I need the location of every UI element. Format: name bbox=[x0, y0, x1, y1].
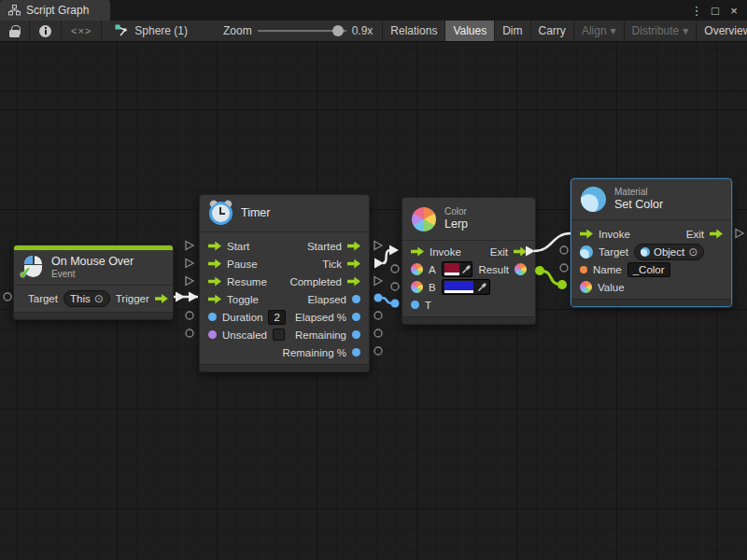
close-icon[interactable]: × bbox=[726, 4, 741, 18]
color-b-swatch[interactable] bbox=[444, 281, 473, 290]
target-object-selector[interactable]: Object ⊙ bbox=[634, 244, 704, 260]
node-color-lerp[interactable]: Color Lerp Invoke Exit A bbox=[402, 197, 536, 325]
flow-arrow-icon[interactable] bbox=[580, 230, 593, 239]
node-category: Color bbox=[444, 206, 468, 217]
flow-arrow-icon[interactable] bbox=[208, 277, 221, 287]
port-connector-value-in[interactable] bbox=[557, 280, 567, 289]
port-connector-remaining-pct[interactable] bbox=[374, 347, 382, 355]
port-connector-setcolor-exit[interactable] bbox=[736, 230, 743, 238]
float-port-icon[interactable] bbox=[352, 295, 360, 303]
port-row: Unscaled Remaining bbox=[208, 326, 360, 343]
port-connector-lerp-invoke-in[interactable] bbox=[389, 245, 399, 256]
port-connector-omo-target[interactable] bbox=[4, 293, 11, 301]
color-b-field[interactable] bbox=[442, 279, 490, 295]
flow-arrow-icon[interactable] bbox=[347, 259, 360, 269]
port-connector-elapsed-pct[interactable] bbox=[374, 312, 382, 319]
port-connector-started[interactable] bbox=[374, 242, 382, 250]
port-connector-unscaled[interactable] bbox=[186, 329, 193, 337]
node-timer[interactable]: Timer Start Started Pause Tick Resume Co… bbox=[199, 194, 370, 372]
align-dropdown[interactable]: Align ▾ bbox=[574, 21, 625, 41]
float-port-icon[interactable] bbox=[352, 330, 360, 339]
graph-pointer[interactable]: Sphere (1) bbox=[102, 21, 197, 41]
color-a-field[interactable] bbox=[442, 261, 473, 277]
node-header: ✓ On Mouse Over Event bbox=[14, 250, 173, 286]
wire-elapsed-t[interactable] bbox=[382, 298, 392, 303]
port-connector-completed[interactable] bbox=[374, 277, 382, 286]
name-port-label: Name bbox=[593, 264, 622, 275]
port-row: Toggle Elapsed bbox=[208, 290, 360, 308]
more-menu-icon[interactable]: ⋮ bbox=[689, 4, 704, 18]
bool-port-icon[interactable] bbox=[208, 330, 217, 339]
zoom-slider-handle[interactable] bbox=[332, 25, 344, 36]
code-preview-button[interactable]: <×> bbox=[62, 21, 102, 41]
graph-canvas[interactable]: ✓ On Mouse Over Event Target This ⊙ Trig… bbox=[0, 42, 747, 560]
distribute-dropdown[interactable]: Distribute ▾ bbox=[625, 21, 698, 41]
dim-button[interactable]: Dim bbox=[495, 21, 530, 41]
target-this-selector[interactable]: This ⊙ bbox=[63, 290, 110, 307]
flow-arrow-icon[interactable] bbox=[347, 277, 360, 287]
port-connector-trigger-out[interactable] bbox=[176, 292, 185, 302]
wire-exit-invoke[interactable] bbox=[534, 233, 571, 251]
carry-button[interactable]: Carry bbox=[531, 21, 574, 41]
maximize-icon[interactable]: □ bbox=[708, 4, 723, 18]
color-port-icon[interactable] bbox=[514, 263, 527, 275]
port-connector-start[interactable] bbox=[186, 242, 193, 250]
zoom-slider[interactable] bbox=[258, 30, 346, 32]
eyedropper-icon[interactable] bbox=[475, 282, 489, 292]
port-connector-setcolor-target[interactable] bbox=[560, 246, 568, 254]
duration-input[interactable]: 2 bbox=[268, 310, 285, 325]
object-picker-icon[interactable]: ⊙ bbox=[94, 292, 104, 305]
port-connector-elapsed-out[interactable] bbox=[374, 294, 383, 302]
flow-arrow-icon[interactable] bbox=[514, 247, 527, 257]
lock-button[interactable] bbox=[0, 21, 30, 41]
port-connector-toggle-in[interactable] bbox=[189, 292, 198, 302]
color-a-swatch[interactable] bbox=[444, 263, 460, 273]
flow-arrow-icon[interactable] bbox=[208, 259, 221, 269]
flow-arrow-icon[interactable] bbox=[155, 294, 168, 303]
flow-arrow-icon[interactable] bbox=[411, 247, 424, 257]
tab-script-graph[interactable]: Script Graph bbox=[0, 0, 110, 21]
node-set-color[interactable]: Material Set Color Invoke Exit Target Ob… bbox=[571, 178, 732, 307]
string-port-icon[interactable] bbox=[580, 266, 587, 273]
wire-result-value[interactable] bbox=[540, 271, 562, 285]
material-port-icon[interactable] bbox=[580, 245, 593, 259]
port-connector-lerp-b[interactable] bbox=[391, 283, 399, 290]
float-port-icon[interactable] bbox=[352, 313, 360, 321]
color-port-icon[interactable] bbox=[580, 281, 592, 293]
info-button[interactable] bbox=[30, 21, 62, 41]
a-port-label: A bbox=[429, 264, 436, 275]
float-port-icon[interactable] bbox=[208, 313, 217, 321]
overview-button[interactable]: Overview bbox=[697, 21, 747, 41]
flow-arrow-icon[interactable] bbox=[347, 242, 360, 251]
port-connector-setcolor-name[interactable] bbox=[560, 264, 568, 272]
color-port-icon[interactable] bbox=[411, 263, 423, 275]
eyedropper-icon[interactable] bbox=[461, 264, 472, 274]
object-picker-icon[interactable]: ⊙ bbox=[688, 245, 698, 259]
port-row: Invoke Exit bbox=[580, 225, 723, 243]
port-connector-resume[interactable] bbox=[186, 277, 193, 286]
float-port-icon[interactable] bbox=[352, 348, 360, 357]
port-row: Name _Color bbox=[580, 260, 723, 278]
color-port-icon[interactable] bbox=[411, 281, 423, 293]
port-connector-tick-out[interactable] bbox=[374, 259, 384, 269]
wire-tick-invoke[interactable] bbox=[383, 250, 390, 263]
port-connector-pause[interactable] bbox=[186, 259, 193, 268]
port-connector-duration[interactable] bbox=[186, 312, 193, 319]
float-port-icon[interactable] bbox=[411, 301, 419, 309]
flow-arrow-icon[interactable] bbox=[208, 242, 221, 251]
zoom-control: Zoom 0.9x bbox=[197, 21, 382, 41]
port-connector-remaining[interactable] bbox=[374, 329, 382, 337]
port-connector-lerp-a[interactable] bbox=[391, 265, 399, 273]
port-connector-t-in[interactable] bbox=[391, 300, 400, 308]
overview-label: Overview bbox=[704, 24, 747, 37]
port-connector-result-out[interactable] bbox=[535, 266, 544, 275]
flow-arrow-icon[interactable] bbox=[208, 295, 221, 304]
values-button[interactable]: Values bbox=[445, 21, 495, 41]
relations-button[interactable]: Relations bbox=[383, 21, 445, 41]
node-on-mouse-over[interactable]: ✓ On Mouse Over Event Target This ⊙ Trig… bbox=[13, 245, 174, 320]
name-input[interactable]: _Color bbox=[627, 262, 670, 277]
flow-arrow-icon[interactable] bbox=[710, 230, 723, 239]
tab-title: Script Graph bbox=[26, 4, 89, 17]
pause-port-label: Pause bbox=[227, 259, 258, 270]
unscaled-checkbox[interactable] bbox=[273, 329, 285, 341]
